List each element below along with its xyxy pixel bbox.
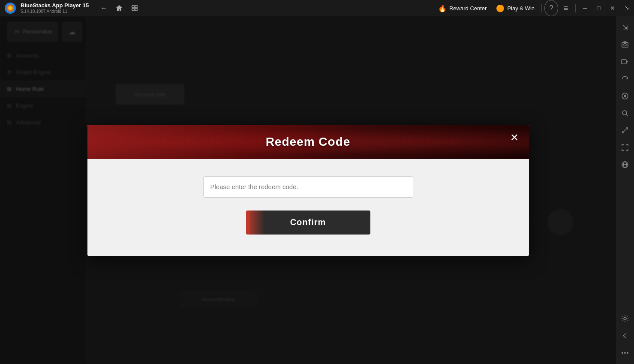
svg-line-16 [622,128,628,133]
app-logo [3,0,18,16]
resize-icon[interactable] [617,123,633,138]
rotate-icon[interactable] [617,71,633,87]
back-button[interactable]: ← [97,2,110,15]
reward-center-button[interactable]: 🔥 Reward Center [434,0,491,16]
window-controls: ─ □ ✕ [578,0,619,16]
svg-point-13 [624,95,626,97]
svg-line-15 [626,114,628,116]
separator [541,4,542,12]
close-button[interactable]: ✕ [606,0,619,16]
svg-point-8 [624,44,626,46]
redeem-code-modal: Redeem Code ✕ Confirm [87,125,529,256]
globe-icon[interactable] [617,157,633,172]
app-name: BlueStacks App Player 15 [21,2,89,9]
separator2 [575,4,576,12]
settings-icon[interactable] [617,311,633,326]
screenshot-icon[interactable] [617,37,633,52]
confirm-label: Confirm [290,217,326,227]
zoom-icon[interactable] [617,105,633,121]
svg-rect-4 [135,6,137,8]
svg-rect-10 [622,60,626,64]
modal-title: Redeem Code [266,135,351,149]
video-icon[interactable] [617,54,633,69]
menu-button[interactable]: ≡ [559,0,573,16]
titlebar-nav: ← [97,2,141,15]
svg-point-20 [624,317,626,320]
svg-rect-5 [132,9,134,11]
reward-center-label: Reward Center [449,5,487,12]
svg-marker-11 [626,61,628,63]
more-options-icon[interactable] [617,345,633,361]
play-win-label: Play & Win [507,5,535,12]
svg-point-21 [622,352,623,354]
fire-icon: 🔥 [438,4,447,12]
modal-header: Redeem Code ✕ [87,125,529,159]
modal-wrapper: Redeem Code ✕ Confirm [0,16,616,364]
play-win-button[interactable]: 🟠 Play & Win [492,0,539,16]
modal-close-button[interactable]: ✕ [507,130,522,145]
right-sidebar: ⇲ [616,16,634,364]
expand-sidebar-icon[interactable]: ⇲ [617,20,633,35]
record-icon[interactable] [617,88,633,104]
home-button[interactable] [113,2,126,15]
minimize-button[interactable]: ─ [578,0,592,16]
app-title: BlueStacks App Player 15 5.14.10.1007 An… [21,2,89,14]
app-version: 5.14.10.1007 Android 11 [21,9,89,14]
svg-point-14 [622,111,627,115]
confirm-button[interactable]: Confirm [246,211,370,235]
svg-point-23 [627,352,628,354]
svg-rect-6 [135,9,137,11]
layers-button[interactable] [128,2,141,15]
svg-rect-3 [132,6,134,8]
coin-icon: 🟠 [496,4,505,12]
svg-point-22 [624,352,626,354]
titlebar-right: 🔥 Reward Center 🟠 Play & Win ? ≡ ─ □ ✕ ⇲ [434,0,634,16]
titlebar: BlueStacks App Player 15 5.14.10.1007 An… [0,0,634,16]
help-button[interactable]: ? [544,0,558,16]
modal-body: Confirm [87,159,529,256]
maximize-button[interactable]: □ [592,0,606,16]
svg-point-2 [8,6,12,10]
fullscreen-icon[interactable] [617,140,633,155]
redeem-code-input[interactable] [203,176,413,198]
snap-button[interactable]: ⇲ [620,0,634,16]
arrow-back-icon[interactable] [617,328,633,343]
